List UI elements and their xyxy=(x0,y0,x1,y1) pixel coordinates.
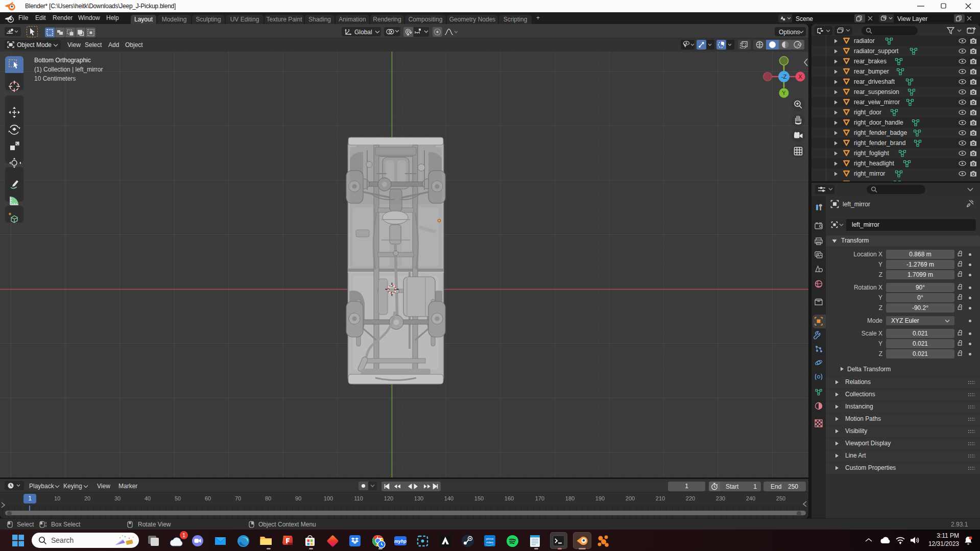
svg-text:prime: prime xyxy=(486,537,494,540)
svg-text:-Z: -Z xyxy=(781,74,787,80)
svg-text:video: video xyxy=(486,541,494,544)
svg-text:Y: Y xyxy=(782,90,786,96)
svg-text:X: X xyxy=(798,74,802,80)
svg-text:myhp: myhp xyxy=(394,539,407,544)
